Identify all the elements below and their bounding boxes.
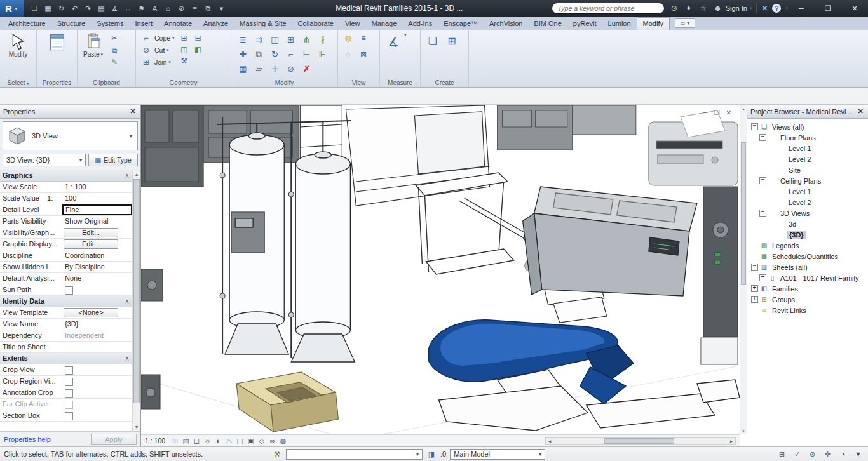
tree-expander[interactable] [751,264,758,271]
scroll-left-icon[interactable]: ◀ [546,438,553,444]
unlocked-view-icon[interactable]: ◇ [256,437,267,445]
tree-item[interactable]: Level 1 [747,143,868,154]
measure-icon[interactable]: ∡ [108,0,121,17]
scroll-up-icon[interactable]: ▲ [133,170,140,178]
scroll-down-icon[interactable]: ▼ [133,423,140,431]
property-value[interactable]: <None> [64,308,118,317]
property-row[interactable]: Dependency Independent ∧ [0,330,132,342]
property-row[interactable]: Show Hidden L... By Discipline ∧ [0,262,132,273]
tree-expander[interactable] [751,253,758,260]
workset-combobox[interactable]: ▾ [286,449,423,460]
property-value[interactable] [62,376,132,387]
tree-expander[interactable] [768,166,775,173]
tree-expander[interactable] [759,177,766,184]
ribbon-tab[interactable]: ArchVision [484,18,528,30]
apply-button[interactable]: Apply [91,434,137,445]
measure-panel-label[interactable]: Measure [380,79,420,86]
ribbon-tab[interactable]: Structure [51,18,92,30]
property-value[interactable]: Edit... [64,228,118,237]
property-row[interactable]: Scale Value 1: 100 ∧ [0,193,132,204]
tree-item[interactable]: Families [747,283,868,294]
ribbon-tab[interactable]: View [339,18,366,30]
properties-help-link[interactable]: Properties help [4,436,51,443]
property-value[interactable]: Independent [62,330,132,341]
property-value[interactable] [62,410,132,421]
tree-expander[interactable] [768,188,775,195]
text-icon[interactable]: A [148,0,161,17]
view-minimize-icon[interactable]: ─ [703,109,708,116]
ribbon-tab[interactable]: pyRevit [567,18,602,30]
tree-expander[interactable] [759,134,766,141]
property-row[interactable]: View Template <None> ∧ [0,307,132,319]
ribbon-tab[interactable]: BIM One [528,18,567,30]
hide-elements-icon[interactable]: ◌ [342,49,355,60]
detail-level-icon[interactable]: ▤ [180,437,191,445]
demolish-icon[interactable]: ⚒ [178,55,191,67]
property-value[interactable]: Coordination [62,250,132,261]
ribbon-tab[interactable]: Systems [91,18,129,30]
property-value[interactable] [62,364,132,375]
tree-item[interactable]: Schedules/Quantities [747,251,868,262]
scroll-right-icon[interactable]: ▶ [728,438,735,444]
modify-tool-button[interactable]: Modify [7,32,29,58]
property-row[interactable]: Title on Sheet ∧ [0,342,132,353]
collapse-section-icon[interactable]: ∧ [122,353,132,364]
mirror-draw-axis-icon[interactable]: ⊞ [283,32,299,47]
design-option-combobox[interactable]: Main Model ▾ [450,449,545,460]
tree-expander[interactable] [751,285,758,292]
worksets-icon[interactable]: ⚒ [272,450,282,458]
array-icon[interactable]: ▦ [235,62,251,76]
horizontal-scrollbar[interactable]: ◀ ▶ [545,437,736,445]
property-row[interactable]: Parts Visibility Show Original ∧ [0,216,132,227]
undo-icon[interactable]: ↶ [68,0,81,17]
property-value[interactable] [62,284,132,295]
show-crop-region-icon[interactable]: ▣ [245,437,256,445]
property-row[interactable]: Extents ∧ [0,353,132,364]
ribbon-tab[interactable]: Collaborate [292,18,339,30]
ribbon-tab[interactable]: Manage [366,18,403,30]
measure-button[interactable]: ∡ ▾ [384,32,407,51]
close-button[interactable]: ✕ [841,0,868,17]
property-row[interactable]: View Name {3D} ∧ [0,319,132,330]
property-value[interactable] [62,399,132,410]
switch-windows-icon[interactable]: ⧉ [201,0,215,17]
view-scale-control[interactable]: 1 : 100 [145,437,165,444]
close-hidden-windows-icon[interactable]: ⊠ [357,49,370,60]
tree-item[interactable]: Level 2 [747,197,868,208]
match-type-properties-icon[interactable]: ✎ [108,57,121,68]
property-row[interactable]: Graphic Display... Edit... ∧ [0,239,132,250]
tree-item[interactable]: Ceiling Plans [747,175,868,186]
default-3d-view-icon[interactable]: ⌂ [161,0,175,17]
ribbon-tab[interactable]: Lumion [602,18,637,30]
thin-lines-icon[interactable]: ≡ [188,0,201,17]
copy-to-clipboard-icon[interactable]: ⧉ [108,44,121,56]
copy-icon[interactable]: ⧉ [251,47,267,62]
create-parts-icon[interactable]: ❏ [424,32,441,49]
application-menu-button[interactable]: R ▼ [0,0,24,17]
modify-panel-label[interactable]: Modify [231,79,337,86]
worksharing-display-icon[interactable]: ⊞ [777,450,787,458]
tree-item[interactable]: {3D} [747,229,868,240]
sync-icon[interactable]: ↻ [55,0,68,17]
scroll-up-icon[interactable]: ▲ [740,105,747,112]
select-panel-label[interactable]: Select ▾ [0,79,36,86]
visual-style-icon[interactable]: ◻ [191,437,202,445]
ribbon-tab[interactable]: Insert [130,18,159,30]
temporary-hide-isolate-icon[interactable]: ∞ [267,437,278,444]
view-close-icon[interactable]: ✕ [726,109,731,116]
property-value[interactable]: None [62,273,132,284]
ribbon-tab[interactable]: Analyze [198,18,234,30]
tree-expander[interactable] [768,231,775,238]
property-row[interactable]: Section Box ∧ [0,410,132,422]
press-drag-icon[interactable]: ✛ [823,450,832,458]
shadows-icon[interactable]: ◐ [213,437,224,444]
scrollbar-thumb[interactable] [604,438,674,444]
exchange-apps-icon[interactable]: ✕ [761,4,768,13]
tree-item[interactable]: Level 1 [747,186,868,197]
split-element-icon[interactable]: ⋔ [299,32,315,47]
property-row[interactable]: Sun Path ∧ [0,284,132,296]
property-value[interactable]: Edit... [64,239,118,249]
property-value[interactable]: 100 [62,193,132,204]
collapse-section-icon[interactable]: ∧ [122,170,132,181]
trim-extend-multiple-icon[interactable]: ⊩ [315,47,330,62]
